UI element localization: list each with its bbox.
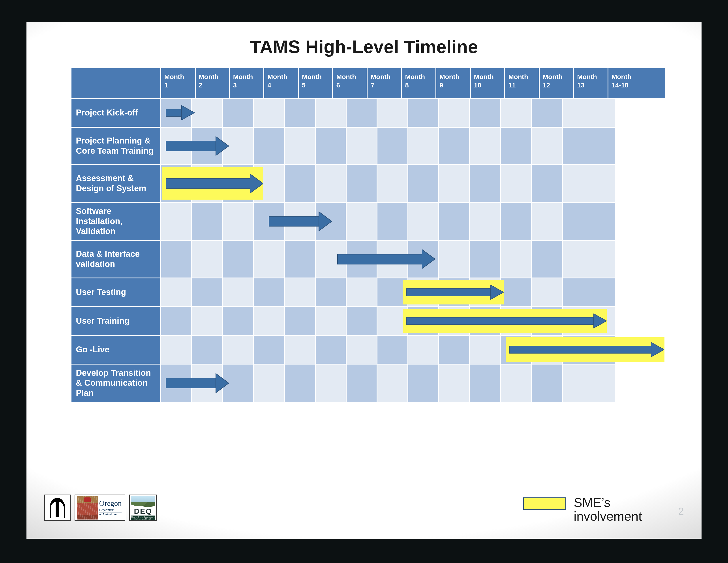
cell: [439, 307, 470, 335]
row-cells-inner: [161, 336, 665, 364]
slide-title: TAMS High-Level Timeline: [250, 36, 478, 57]
cell: [532, 241, 563, 277]
table-row: Project Planning & Core Team Training: [71, 127, 666, 165]
cell: [408, 307, 439, 335]
cell: [439, 128, 470, 164]
cell: [285, 203, 316, 240]
cell: [377, 203, 408, 240]
row-label: Project Planning & Core Team Training: [71, 127, 161, 165]
cell: [501, 203, 532, 240]
cell: [254, 203, 285, 240]
month-header: Month2: [195, 68, 230, 98]
cell: [439, 241, 470, 277]
cell: [161, 128, 192, 164]
row-cells: [161, 278, 666, 307]
cell: [470, 241, 501, 277]
row-cells: [161, 364, 666, 402]
row-cells: [161, 336, 666, 364]
cell: [254, 307, 285, 335]
month-header: Month12: [539, 68, 574, 98]
oregon-ag-main: Oregon: [99, 499, 122, 507]
odot-logo: [44, 495, 71, 521]
cell: [470, 336, 501, 364]
row-label: User Testing: [71, 278, 161, 307]
cell: [347, 99, 377, 127]
cell: [377, 278, 408, 306]
cell: [377, 165, 408, 202]
cell: [254, 278, 285, 306]
cell: [285, 165, 316, 202]
row-cells: [161, 165, 666, 202]
cell: [408, 241, 439, 277]
cell: [439, 278, 470, 306]
cell: [532, 128, 563, 164]
legend-line1: SME’s: [574, 495, 611, 510]
cell: [223, 99, 254, 127]
cell: [223, 307, 254, 335]
month-header: Month3: [230, 68, 264, 98]
cell: [254, 99, 285, 127]
cell: [439, 99, 470, 127]
row-label: Data & Interface validation: [71, 240, 161, 278]
cell: [285, 365, 316, 402]
cell: [563, 128, 615, 164]
cell: [563, 99, 615, 127]
month-header: Month4: [264, 68, 298, 98]
cell: [377, 365, 408, 402]
table-row: Go -Live: [71, 336, 666, 364]
row-label: Assessment & Design of System: [71, 165, 161, 202]
cell: [563, 307, 615, 335]
cell: [347, 307, 377, 335]
month-header: Month5: [298, 68, 333, 98]
month-header: Month6: [333, 68, 367, 98]
legend-label: SME’s involvement: [574, 496, 642, 523]
cell: [161, 307, 192, 335]
month-header: Month9: [436, 68, 470, 98]
month-header: Month7: [367, 68, 402, 98]
table-row: User Testing: [71, 278, 666, 307]
cell: [439, 165, 470, 202]
page-number: 2: [678, 505, 684, 517]
cell: [223, 336, 254, 364]
cell: [501, 307, 532, 335]
cell: [316, 307, 347, 335]
cell: [285, 128, 316, 164]
cell: [501, 99, 532, 127]
cell: [254, 241, 285, 277]
cell: [223, 241, 254, 277]
cell: [377, 307, 408, 335]
cell: [408, 278, 439, 306]
month-header: Month14-18: [608, 68, 666, 98]
cell: [347, 203, 377, 240]
cell: [285, 241, 316, 277]
cell: [408, 99, 439, 127]
cell: [347, 128, 377, 164]
cell: [161, 365, 192, 402]
cell: [501, 278, 532, 306]
cell: [192, 336, 223, 364]
cell: [347, 278, 377, 306]
cell: [161, 241, 192, 277]
table-body: Project Kick-offProject Planning & Core …: [71, 98, 666, 402]
cell: [563, 336, 615, 364]
cell: [470, 203, 501, 240]
table-row: Software Installation, Validation: [71, 202, 666, 240]
cell: [377, 336, 408, 364]
cell: [223, 128, 254, 164]
row-cells: [161, 98, 666, 127]
cell: [408, 203, 439, 240]
cell: [563, 365, 615, 402]
cell: [501, 165, 532, 202]
cell: [285, 278, 316, 306]
cell: [532, 365, 563, 402]
cell: [223, 165, 254, 202]
cell: [192, 128, 223, 164]
row-cells-inner: [161, 165, 665, 202]
legend-line2: involvement: [574, 509, 642, 523]
cell: [254, 128, 285, 164]
cell: [439, 203, 470, 240]
cell: [285, 99, 316, 127]
cell: [532, 165, 563, 202]
timeline-table: Month1Month2Month3Month4Month5Month6Mont…: [71, 67, 666, 403]
oregon-ag-text: Oregon Department of Agriculture: [98, 498, 123, 518]
